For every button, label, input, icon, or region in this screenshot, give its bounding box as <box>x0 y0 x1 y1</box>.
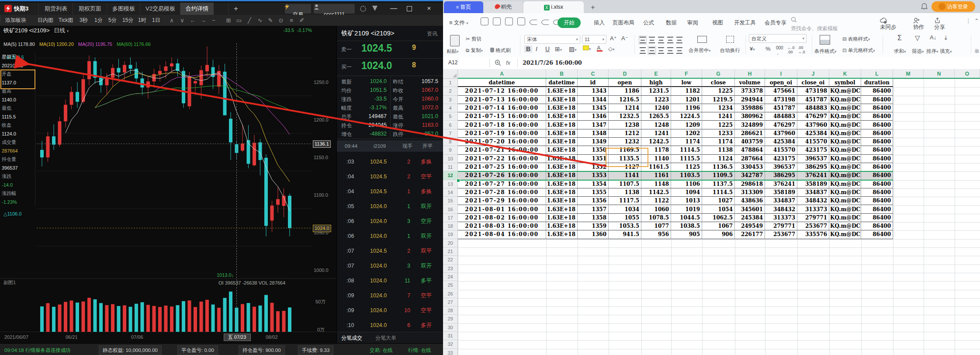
data-cell[interactable]: 415570 <box>765 146 797 154</box>
data-cell[interactable]: 86400 <box>861 197 893 205</box>
data-cell[interactable]: 1.63E+18 <box>546 197 578 205</box>
data-cell[interactable]: 1196 <box>671 104 702 112</box>
fill-button[interactable]: 填充▾ <box>940 48 952 55</box>
bottom-tab-1[interactable]: 分笔成交 <box>341 332 362 344</box>
data-cell[interactable]: 86400 <box>861 129 893 138</box>
data-cell[interactable]: 1231.5 <box>641 87 671 95</box>
tick-row[interactable]: :041024.51多换 <box>337 184 443 199</box>
data-cell[interactable]: 1348 <box>578 129 609 138</box>
data-cell[interactable]: 1174 <box>702 138 735 146</box>
sum-button[interactable]: 求和▾ <box>894 48 906 55</box>
data-cell[interactable]: 86400 <box>861 121 893 129</box>
data-cell[interactable]: KQ.m@DCE. <box>829 222 861 230</box>
data-cell[interactable]: 86400 <box>861 180 893 188</box>
data-cell[interactable]: 1055 <box>609 214 641 222</box>
data-cell[interactable]: 1109.5 <box>702 171 735 180</box>
row-header-20[interactable]: 20 <box>443 239 458 247</box>
row-header-25[interactable]: 25 <box>443 281 458 289</box>
data-cell[interactable]: 2021-08-04 16:00:00 <box>458 230 546 239</box>
row-header-32[interactable]: 32 <box>443 340 458 348</box>
row-header-17[interactable]: 17 <box>443 214 458 222</box>
data-cell[interactable]: 1044.5 <box>671 214 702 222</box>
data-cell[interactable]: 1148 <box>641 180 671 188</box>
data-cell[interactable]: 1241 <box>641 129 671 138</box>
data-cell[interactable]: 1.63E+18 <box>546 138 578 146</box>
data-cell[interactable]: 438636 <box>735 197 765 205</box>
data-cell[interactable]: 348432 <box>797 197 829 205</box>
data-cell[interactable]: 403759 <box>735 138 765 146</box>
tick-row[interactable]: :061024.03空开 <box>337 214 443 229</box>
data-cell[interactable]: 313373 <box>765 214 797 222</box>
data-cell[interactable]: 1238 <box>609 121 641 129</box>
toolbar-item-添加板块[interactable]: 添加板块 <box>5 15 26 26</box>
data-cell[interactable]: 1355 <box>578 188 609 197</box>
data-cell[interactable]: 86400 <box>861 155 893 163</box>
row-header-30[interactable]: 30 <box>443 324 458 332</box>
arrow-right-icon[interactable]: → <box>198 15 208 26</box>
conditional-format-button[interactable]: 条件格式▾ <box>814 48 837 55</box>
data-cell[interactable]: 1202 <box>671 129 702 138</box>
dot-tool-icon[interactable]: ⊙ <box>276 15 286 26</box>
zoom-search-icon[interactable] <box>495 59 501 66</box>
data-cell[interactable]: 396537 <box>797 155 829 163</box>
data-cell[interactable]: 476297 <box>797 112 829 121</box>
data-cell[interactable]: 1142.5 <box>641 188 671 197</box>
data-cell[interactable]: 1.63E+18 <box>546 104 578 112</box>
data-cell[interactable]: 1127 <box>609 163 641 171</box>
data-cell[interactable]: 1201 <box>671 96 702 104</box>
formula-input[interactable]: 2021/7/26 16:00:00 <box>523 57 582 69</box>
font-color-button[interactable]: A <box>597 45 603 52</box>
data-cell[interactable]: 253677 <box>797 222 829 230</box>
data-cell[interactable]: 2021-07-26 16:00:00 <box>458 171 546 180</box>
data-cell[interactable]: 1360 <box>578 230 609 239</box>
data-cell[interactable]: 1.63E+18 <box>546 180 578 188</box>
pencil-tool-icon[interactable]: ✎ <box>266 15 275 26</box>
toolbar-item-日内图[interactable]: 日内图 <box>38 15 53 26</box>
collapse-ribbon-icon[interactable]: ⌃ <box>974 17 979 24</box>
column-header-M[interactable]: M <box>893 69 924 79</box>
data-cell[interactable]: 451787 <box>765 104 797 112</box>
data-cell[interactable]: 484883 <box>797 104 829 112</box>
comma-style-button[interactable]: 000 , <box>776 45 783 55</box>
data-cell[interactable]: 86400 <box>861 146 893 154</box>
data-cell[interactable]: 941.5 <box>609 230 641 239</box>
chevron-up-icon[interactable]: ∧ <box>167 15 177 26</box>
data-cell[interactable]: 324899 <box>735 121 765 129</box>
cut-button[interactable]: ✂ 剪切 <box>466 36 481 42</box>
data-cell[interactable]: 451787 <box>797 96 829 104</box>
tab-docer[interactable]: 稻壳 <box>484 1 523 13</box>
column-header-L[interactable]: L <box>861 69 893 79</box>
data-cell[interactable]: 1135.5 <box>609 155 641 163</box>
titlebar-tab-3[interactable]: 多图模板 <box>107 3 140 15</box>
rect-tool-icon[interactable]: ▭ <box>234 15 244 26</box>
data-cell[interactable]: 376241 <box>765 180 797 188</box>
data-cell[interactable]: 473198 <box>765 96 797 104</box>
data-cell[interactable]: 1186 <box>609 87 641 95</box>
data-cell[interactable]: 1.63E+18 <box>546 146 578 154</box>
bold-button[interactable]: B <box>524 45 532 52</box>
row-header-2[interactable]: 2 <box>443 87 458 95</box>
data-cell[interactable]: 2021-08-03 16:00:00 <box>458 222 546 230</box>
data-cell[interactable]: 380962 <box>735 112 765 121</box>
share-button[interactable]: 分享 <box>934 17 945 31</box>
data-cell[interactable]: 2021-07-29 16:00:00 <box>458 197 546 205</box>
tick-row[interactable]: :081024.011多平 <box>337 273 443 288</box>
data-cell[interactable]: 1223 <box>641 96 671 104</box>
data-cell[interactable]: 478864 <box>735 146 765 154</box>
sync-status[interactable]: 未同步 <box>880 17 897 31</box>
print-icon[interactable] <box>505 17 513 25</box>
column-header-E[interactable]: E <box>641 69 671 79</box>
wave-tool-icon[interactable]: ∿ <box>255 15 265 26</box>
data-cell[interactable]: 1353 <box>578 171 609 180</box>
data-cell[interactable]: 335576 <box>797 230 829 239</box>
chevron-down-icon[interactable]: ∨ <box>177 15 187 26</box>
new-tab-button[interactable]: + <box>228 3 243 15</box>
menu-tab-开始[interactable]: 开始 <box>558 17 581 28</box>
row-header-23[interactable]: 23 <box>443 265 458 273</box>
data-cell[interactable]: 1225 <box>702 121 735 129</box>
data-cell[interactable]: 1.63E+18 <box>546 222 578 230</box>
data-cell[interactable]: KQ.m@DCE. <box>829 138 861 146</box>
data-cell[interactable]: 415570 <box>797 138 829 146</box>
data-cell[interactable]: 425384 <box>797 129 829 138</box>
command-search[interactable]: 查找命令、搜索模板 <box>791 17 852 28</box>
